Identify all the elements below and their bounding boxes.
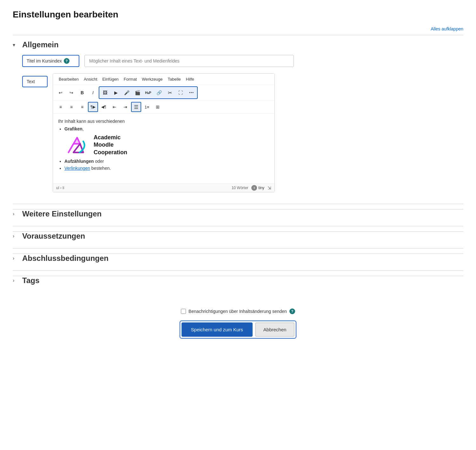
section-voraussetzungen-title: Voraussetzungen (22, 232, 85, 241)
bottom-section: Benachrichtigungen über Inhaltsänderung … (13, 302, 463, 339)
chevron-tags-icon: › (13, 278, 19, 283)
text-label-box: Text (22, 76, 48, 87)
title-label-box: Titel im Kursindex ? (22, 55, 79, 67)
tiny-brand: t tiny (251, 185, 264, 191)
title-help-icon[interactable]: ? (64, 58, 69, 64)
title-field-row: Titel im Kursindex ? (22, 55, 463, 67)
expand-all-link[interactable]: Alles aufklappen (431, 26, 463, 31)
section-allgemein-title: Allgemein (22, 40, 59, 49)
section-tags-title: Tags (22, 276, 39, 285)
verlinkungen-link[interactable]: Verlinkungen (64, 166, 90, 171)
insert-link-button[interactable]: 🔗 (154, 88, 164, 98)
menu-bearbeiten[interactable]: Bearbeiten (56, 76, 81, 83)
heading-button[interactable]: H₂P (143, 88, 153, 98)
italic-button[interactable]: I (88, 88, 98, 98)
ordered-list-button[interactable]: 1≡ (142, 102, 152, 112)
section-tags-header[interactable]: › Tags (13, 276, 463, 288)
section-tags: › Tags (13, 270, 463, 293)
section-allgemein: ▾ Allgemein Titel im Kursindex ? Text Be… (13, 35, 463, 204)
editor-list-item-2: Aufzählungen oder (64, 159, 269, 164)
rtl-button[interactable]: ◀¶ (99, 102, 109, 112)
section-weitere-header[interactable]: › Weitere Einstellungen (13, 209, 463, 221)
section-weitere-title: Weitere Einstellungen (22, 209, 102, 218)
align-right-button[interactable]: ≡ (77, 102, 87, 112)
menu-tabelle[interactable]: Tabelle (165, 76, 183, 83)
notification-label: Benachrichtigungen über Inhaltsänderung … (188, 309, 287, 314)
section-allgemein-content: Titel im Kursindex ? Text Bearbeiten Ans… (13, 52, 463, 192)
page-title: Einstellungen bearbeiten (13, 10, 463, 20)
editor-list-item-1: Grafiken, (64, 126, 269, 156)
insert-image-button[interactable]: 🖼 (100, 88, 110, 98)
section-voraussetzungen-header[interactable]: › Voraussetzungen (13, 232, 463, 243)
chevron-weitere-icon: › (13, 211, 19, 217)
unordered-list-button[interactable]: ☰ (131, 102, 141, 112)
editor-menubar: Bearbeiten Ansicht Einfügen Format Werkz… (53, 74, 274, 85)
toolbar-row-1: ↩ ↪ B I 🖼 ▶ 🎤 🎬 H₂P 🔗 ✂ ⛶ ··· (53, 85, 274, 101)
amc-text: AcademicMoodleCooperation (94, 134, 127, 156)
editor-content-area[interactable]: Ihr Inhalt kann aus verschiedenen Grafik… (53, 114, 274, 183)
resize-handle-icon[interactable]: ⇲ (268, 185, 271, 190)
section-abschluss: › Abschlussbedingungen (13, 248, 463, 270)
word-count: 10 Wörter (232, 186, 248, 190)
chevron-voraussetzungen-icon: › (13, 233, 19, 239)
bullet2-text: Aufzählungen (64, 159, 94, 164)
notification-help-icon[interactable]: ? (289, 308, 295, 314)
title-input[interactable] (84, 55, 294, 67)
editor-path: ul › li (56, 186, 64, 190)
section-abschluss-title: Abschlussbedingungen (22, 254, 109, 263)
save-button[interactable]: Speichern und zum Kurs (182, 322, 253, 337)
insert-audio-button[interactable]: 🎤 (122, 88, 132, 98)
menu-format[interactable]: Format (121, 76, 139, 83)
editor-container: Bearbeiten Ansicht Einfügen Format Werkz… (53, 73, 275, 192)
bullet1-text: Grafiken (64, 126, 83, 131)
menu-einfuegen[interactable]: Einfügen (100, 76, 121, 83)
title-label-text: Titel im Kursindex (27, 58, 62, 63)
section-allgemein-header[interactable]: ▾ Allgemein (13, 40, 463, 52)
section-voraussetzungen: › Voraussetzungen (13, 226, 463, 248)
notification-checkbox[interactable] (181, 309, 186, 314)
menu-werkzeuge[interactable]: Werkzeuge (139, 76, 165, 83)
text-field-row: Text Bearbeiten Ansicht Einfügen Format … (22, 73, 463, 192)
editor-statusbar: ul › li 10 Wörter t tiny ⇲ (53, 183, 274, 192)
fullscreen-button[interactable]: ⛶ (175, 88, 186, 98)
bold-button[interactable]: B (77, 88, 87, 98)
table-button[interactable]: ⊞ (153, 102, 163, 112)
amc-logo-area: AcademicMoodleCooperation (64, 134, 269, 156)
cancel-button[interactable]: Abbrechen (255, 322, 295, 337)
insert-media-button[interactable]: ▶ (111, 88, 121, 98)
undo-button[interactable]: ↩ (56, 88, 66, 98)
toolbar-highlighted-group: 🖼 ▶ 🎤 🎬 H₂P 🔗 ✂ ⛶ ··· (99, 86, 198, 99)
editor-intro-text: Ihr Inhalt kann aus verschiedenen (58, 119, 269, 124)
more-button[interactable]: ··· (186, 88, 196, 98)
redo-button[interactable]: ↪ (66, 88, 76, 98)
align-left-button[interactable]: ≡ (56, 102, 66, 112)
editor-list-item-3: Verlinkungen bestehen. (64, 166, 269, 171)
save-button-box: Speichern und zum Kurs Abbrechen (180, 321, 297, 339)
menu-ansicht[interactable]: Ansicht (81, 76, 100, 83)
toolbar-row-2: ≡ ≡ ≡ ¶▶ ◀¶ ⇤ ⇥ ☰ 1≡ ⊞ (53, 101, 274, 114)
outdent-button[interactable]: ⇤ (109, 102, 120, 112)
button-row: Speichern und zum Kurs Abbrechen (13, 321, 463, 339)
unlink-button[interactable]: ✂ (165, 88, 175, 98)
align-center-button[interactable]: ≡ (66, 102, 76, 112)
amc-logo-icon (64, 134, 90, 156)
chevron-abschluss-icon: › (13, 255, 19, 261)
section-weitere: › Weitere Einstellungen (13, 204, 463, 226)
menu-hilfe[interactable]: Hilfe (183, 76, 197, 83)
tiny-label: tiny (258, 186, 264, 190)
editor-list: Grafiken, (64, 126, 269, 171)
section-abschluss-header[interactable]: › Abschlussbedingungen (13, 254, 463, 265)
tiny-icon: t (251, 185, 257, 191)
notification-row: Benachrichtigungen über Inhaltsänderung … (13, 308, 463, 314)
chevron-allgemein-icon: ▾ (13, 42, 19, 48)
indent-button[interactable]: ⇥ (120, 102, 130, 112)
ltr-button[interactable]: ¶▶ (88, 102, 98, 112)
insert-video-button[interactable]: 🎬 (132, 88, 142, 98)
